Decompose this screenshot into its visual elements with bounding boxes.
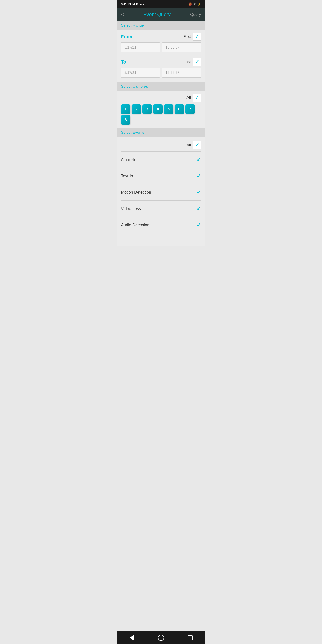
event-check-icon-2: ✓ xyxy=(196,189,201,196)
event-label-3: Video Loss xyxy=(121,206,141,211)
events-list: Alarm-In✓Text-In✓Motion Detection✓Video … xyxy=(121,152,201,233)
event-label-2: Motion Detection xyxy=(121,190,151,195)
to-time-input[interactable]: 15:38:37 xyxy=(162,68,201,78)
cameras-all-check-icon: ✓ xyxy=(195,95,199,100)
event-check-icon-3: ✓ xyxy=(196,206,201,212)
status-left: 3:41 🖼 M P ▶ • xyxy=(121,2,144,6)
events-section: All ✓ Alarm-In✓Text-In✓Motion Detection✓… xyxy=(118,137,204,233)
select-events-header: Select Events xyxy=(118,128,204,137)
event-item-4[interactable]: Audio Detection✓ xyxy=(121,217,201,233)
event-label-0: Alarm-In xyxy=(121,158,136,162)
event-label-4: Audio Detection xyxy=(121,223,149,228)
to-last-label: Last xyxy=(184,60,191,64)
mail-icon: M xyxy=(132,2,135,6)
from-first-check-icon: ✓ xyxy=(195,34,199,40)
event-check-icon-0: ✓ xyxy=(196,156,201,163)
from-label: From xyxy=(121,34,132,39)
event-item-2[interactable]: Motion Detection✓ xyxy=(121,184,201,200)
from-first-wrap: First ✓ xyxy=(183,33,201,41)
camera-btn-4[interactable]: 4 xyxy=(153,104,162,114)
event-check-icon-4: ✓ xyxy=(196,222,201,228)
select-range-header: Select Range xyxy=(118,21,204,30)
from-date-input[interactable]: 5/17/21 xyxy=(121,42,160,52)
events-all-label: All xyxy=(186,143,191,147)
events-all-check-icon: ✓ xyxy=(195,142,199,148)
range-section: From First ✓ 5/17/21 15:38:37 To Last ✓ xyxy=(118,30,204,82)
status-time: 3:41 xyxy=(121,2,127,6)
camera-buttons-row: 12345678 xyxy=(121,104,201,124)
battery-icon: ⚡ xyxy=(198,2,201,6)
from-first-checkbox[interactable]: ✓ xyxy=(193,33,201,41)
camera-btn-3[interactable]: 3 xyxy=(142,104,152,114)
camera-btn-6[interactable]: 6 xyxy=(175,104,184,114)
cameras-all-row: All ✓ xyxy=(121,94,201,102)
mute-icon: 🔕 xyxy=(188,2,192,6)
to-label: To xyxy=(121,60,126,64)
page-title: Event Query xyxy=(124,12,190,18)
to-last-checkbox[interactable]: ✓ xyxy=(193,58,201,66)
status-right: 🔕 ▼ ⚡ xyxy=(188,2,201,6)
to-last-check-icon: ✓ xyxy=(195,59,199,65)
events-all-row: All ✓ xyxy=(121,139,201,152)
status-bar: 3:41 🖼 M P ▶ • 🔕 ▼ ⚡ xyxy=(118,0,204,8)
camera-btn-8[interactable]: 8 xyxy=(121,115,130,124)
event-label-1: Text-In xyxy=(121,174,133,178)
query-button[interactable]: Query xyxy=(190,12,201,17)
event-item-3[interactable]: Video Loss✓ xyxy=(121,200,201,217)
cameras-all-label: All xyxy=(186,96,191,100)
wifi-icon: ▼ xyxy=(193,2,196,6)
dot-icon: • xyxy=(143,2,144,6)
parking-icon: P xyxy=(136,2,138,6)
from-first-label: First xyxy=(183,34,191,39)
from-date-time-row: 5/17/21 15:38:37 xyxy=(121,42,201,52)
camera-btn-2[interactable]: 2 xyxy=(132,104,141,114)
to-row: To Last ✓ xyxy=(121,58,201,66)
camera-btn-7[interactable]: 7 xyxy=(185,104,195,114)
events-all-checkbox[interactable]: ✓ xyxy=(193,141,201,149)
header: < Event Query Query xyxy=(118,8,204,21)
from-time-input[interactable]: 15:38:37 xyxy=(162,42,201,52)
back-button[interactable]: < xyxy=(121,12,124,18)
event-check-icon-1: ✓ xyxy=(196,173,201,179)
event-item-1[interactable]: Text-In✓ xyxy=(121,168,201,184)
range-divider xyxy=(121,55,201,55)
camera-btn-5[interactable]: 5 xyxy=(164,104,173,114)
cameras-section: All ✓ 12345678 xyxy=(118,91,204,128)
play-icon: ▶ xyxy=(140,2,142,6)
select-cameras-header: Select Cameras xyxy=(118,82,204,91)
camera-btn-1[interactable]: 1 xyxy=(121,104,130,114)
to-date-time-row: 5/17/21 15:38:37 xyxy=(121,68,201,78)
photo-icon: 🖼 xyxy=(128,2,131,6)
cameras-all-checkbox[interactable]: ✓ xyxy=(193,94,201,102)
to-date-input[interactable]: 5/17/21 xyxy=(121,68,160,78)
to-last-wrap: Last ✓ xyxy=(184,58,201,66)
from-row: From First ✓ xyxy=(121,33,201,41)
event-item-0[interactable]: Alarm-In✓ xyxy=(121,152,201,168)
